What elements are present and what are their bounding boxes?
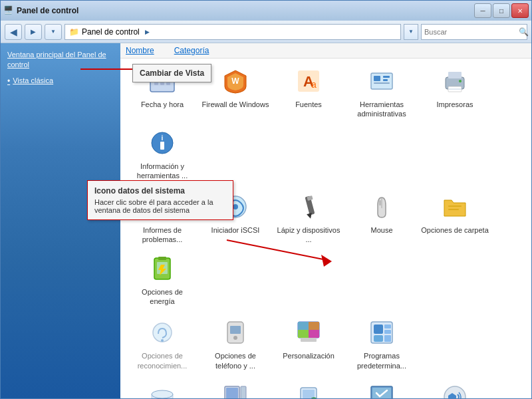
title-bar-buttons: ─ □ ✕: [474, 3, 529, 18]
admin-icon: [366, 65, 398, 97]
forward-button[interactable]: ▶: [25, 24, 42, 40]
svg-point-38: [153, 323, 172, 342]
mouse-icon: [366, 191, 398, 223]
list-item[interactable]: Opciones de energía: [126, 249, 199, 311]
fuentes-label: Fuentes: [295, 100, 322, 109]
iscsi-label: Iniciador iSCSI: [211, 225, 260, 235]
folder-options-label: Opciones de carpeta: [421, 225, 489, 235]
svg-text:i: i: [162, 134, 164, 142]
icons-row-4: Programas y características Pr: [126, 377, 526, 398]
window-icon: 🖥️: [3, 5, 14, 16]
address-path-arrow: ▶: [145, 29, 150, 35]
recognition-icon: [146, 317, 178, 348]
address-field[interactable]: 📁 Panel de control ▶: [65, 24, 401, 40]
svg-rect-68: [372, 388, 391, 398]
mouse-label: Mouse: [370, 225, 392, 235]
address-bar: ◀ ▶ ▼ 📁 Panel de control ▶ ▼ 🔍: [1, 21, 531, 43]
fecha-hora-label: Fecha y hora: [141, 100, 184, 109]
list-item[interactable]: Programas predetermina...: [345, 313, 418, 374]
search-icon[interactable]: 🔍: [519, 27, 529, 37]
svg-rect-52: [384, 325, 391, 329]
svg-rect-63: [303, 390, 315, 398]
close-button[interactable]: ✕: [511, 3, 529, 18]
svg-point-57: [152, 390, 173, 398]
svg-rect-36: [158, 257, 166, 260]
svg-rect-13: [383, 76, 390, 78]
svg-rect-51: [374, 335, 383, 342]
programs-default-label: Programas predetermina...: [348, 351, 416, 370]
svg-text:a: a: [311, 79, 317, 90]
sidebar-classic-link[interactable]: • Vista clásica: [7, 76, 114, 87]
sidebar-main-link[interactable]: Ventana principal del Panel de control: [7, 50, 114, 70]
informes-label: Informes de problemas...: [128, 225, 196, 245]
phone-label: Opciones de teléfono y ...: [201, 351, 269, 370]
firewall-label: Firewall de Windows: [202, 100, 269, 109]
list-item[interactable]: Personalización: [272, 313, 345, 364]
list-item[interactable]: Mouse: [345, 187, 418, 239]
tooltip-icono-title: Icono datos del sistema: [94, 186, 226, 196]
list-item[interactable]: i Información y herramientas ...: [126, 123, 199, 185]
icons-container[interactable]: Fecha y hora W Firewall de Windows: [120, 59, 531, 398]
svg-rect-23: [160, 142, 164, 150]
list-item[interactable]: Propiedades de Windows Sid...: [199, 377, 272, 398]
content-area: Nombre Categoría: [120, 43, 531, 398]
system-icon: [366, 381, 398, 398]
back-button[interactable]: ◀: [5, 24, 22, 40]
list-item[interactable]: Opciones de teléfono y ...: [199, 313, 272, 374]
search-field[interactable]: 🔍: [421, 24, 527, 40]
address-dropdown-button[interactable]: ▼: [404, 24, 418, 40]
folder-icon: 📁: [69, 27, 79, 37]
tooltip-icono-body: Hacer clic sobre él para acceder a la ve…: [94, 198, 226, 214]
svg-rect-41: [230, 326, 241, 334]
pen-label: Lápiz y dispositivos ...: [275, 225, 342, 245]
list-item[interactable]: Impresoras: [418, 61, 491, 113]
svg-rect-50: [374, 325, 383, 334]
tooltip-cambiar-text: Cambiar de Vista: [140, 68, 204, 78]
list-item[interactable]: Opciones de carpeta: [418, 187, 491, 239]
sidebar: Ventana principal del Panel de control •…: [1, 43, 120, 398]
dropdown-arrow-button[interactable]: ▼: [45, 24, 62, 40]
list-item[interactable]: Sonido: [418, 377, 491, 398]
list-item[interactable]: A a Fuentes: [272, 61, 345, 113]
sound-icon: [439, 381, 471, 398]
sidebar-bullet: •: [7, 76, 10, 87]
impresoras-icon: [439, 65, 471, 97]
list-item[interactable]: Programas y características: [126, 377, 199, 398]
window-title: Panel de control: [17, 6, 78, 15]
list-item[interactable]: Opciones de reconocimien...: [126, 313, 199, 374]
firewall-icon: W: [219, 65, 251, 97]
main-area: Ventana principal del Panel de control •…: [1, 43, 531, 398]
autoplay-icon: [293, 381, 325, 398]
minimize-button[interactable]: ─: [474, 3, 491, 18]
impresoras-label: Impresoras: [436, 100, 473, 109]
personalization-label: Personalización: [283, 351, 334, 360]
svg-rect-11: [371, 73, 392, 89]
list-item[interactable]: Herramientas administrativas: [345, 61, 418, 123]
title-bar: 🖥️ Panel de control ─ □ ✕: [1, 1, 531, 21]
sidebar-classic-label: Vista clásica: [13, 76, 53, 86]
svg-rect-54: [384, 335, 391, 342]
list-item[interactable]: Sistema: [345, 377, 418, 398]
svg-rect-46: [298, 330, 309, 338]
windows-sid-icon: [219, 381, 251, 398]
col-header-nombre[interactable]: Nombre: [126, 46, 154, 55]
maximize-button[interactable]: □: [493, 3, 510, 18]
list-item[interactable]: Reproducción automática: [272, 377, 345, 398]
info-icon: i: [146, 127, 178, 159]
personalization-icon: [293, 317, 325, 348]
svg-point-19: [459, 80, 462, 82]
list-item[interactable]: Lápiz y dispositivos ...: [272, 187, 345, 249]
col-header-categoria[interactable]: Categoría: [174, 46, 209, 55]
search-input[interactable]: [424, 28, 516, 36]
programs-default-icon: [366, 317, 398, 348]
svg-rect-53: [384, 330, 391, 334]
svg-rect-45: [309, 322, 319, 330]
svg-rect-34: [448, 209, 459, 210]
svg-rect-44: [298, 322, 309, 330]
recognition-label: Opciones de reconocimien...: [128, 351, 196, 370]
svg-rect-61: [241, 386, 246, 398]
svg-point-27: [233, 204, 238, 209]
svg-rect-17: [448, 72, 462, 78]
svg-rect-15: [374, 82, 390, 84]
icons-row-3: Opciones de reconocimien... Opciones de …: [126, 313, 526, 374]
